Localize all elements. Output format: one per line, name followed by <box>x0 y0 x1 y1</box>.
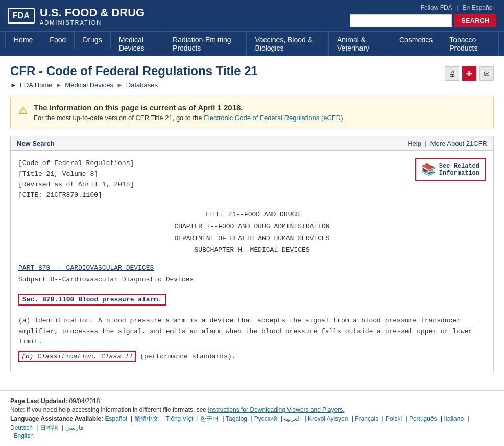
lang-russian[interactable]: Русский <box>254 415 277 422</box>
cfr-meta-line4: [CITE: 21CFR870.1100] <box>18 190 134 201</box>
cfr-box: New Search Help | More About 21CFR [Code… <box>10 136 494 372</box>
lang-english[interactable]: | English <box>10 432 34 439</box>
search-bar: SEARCH <box>350 14 496 27</box>
header-right: Follow FDA | En Español SEARCH <box>350 4 496 27</box>
nav-medical-devices[interactable]: Medical Devices <box>111 32 164 56</box>
follow-fda-link[interactable]: Follow FDA <box>421 4 452 11</box>
lang-portuguese[interactable]: Português <box>409 415 437 422</box>
nav-home[interactable]: Home <box>5 32 41 48</box>
fda-main-title: U.S. FOOD & DRUG <box>40 6 145 19</box>
title-line3: DEPARTMENT OF HEALTH AND HUMAN SERVICES <box>18 232 486 244</box>
last-updated: Page Last Updated: 09/04/2018 <box>10 397 494 405</box>
cfr-meta: [Code of Federal Regulations] [Title 21,… <box>18 158 134 201</box>
viewers-link[interactable]: Instructions for Downloading Viewers and… <box>208 406 344 413</box>
lang-label: Language Assistance Available: <box>10 415 103 422</box>
site-header: FDA U.S. FOOD & DRUG ADMINISTRATION Foll… <box>0 0 504 31</box>
classification-rest: (performance standards). <box>136 353 235 360</box>
footer-info: Page Last Updated: 09/04/2018 Note: If y… <box>0 390 504 446</box>
print-icon[interactable]: 🖨 <box>445 66 459 81</box>
main-content: 🖨 ✚ ✉ CFR - Code of Federal Regulations … <box>0 56 504 385</box>
cfr-title-block: TITLE 21--FOOD AND DRUGS CHAPTER I--FOOD… <box>18 208 486 256</box>
lang-french[interactable]: Français <box>355 415 378 422</box>
lang-tagalog[interactable]: Tagalog <box>226 415 247 422</box>
lang-creole[interactable]: Kreyòl Ayisyen <box>308 415 348 422</box>
lang-chinese[interactable]: 繁體中文 <box>134 415 159 422</box>
related-info-label: See RelatedInformation <box>439 162 479 177</box>
book-icon: 📚 <box>421 163 435 177</box>
nav-tobacco[interactable]: Tobacco Products <box>441 32 499 56</box>
alert-body-text: For the most up-to-date version of CFR T… <box>34 114 202 122</box>
lang-espanol[interactable]: Español <box>105 415 127 422</box>
title-line2: CHAPTER I--FOOD AND DRUG ADMINISTRATION <box>18 221 486 232</box>
fda-title: U.S. FOOD & DRUG ADMINISTRATION <box>40 6 145 26</box>
main-nav: Home Food Drugs Medical Devices Radiatio… <box>0 31 504 56</box>
part-link[interactable]: PART 870 -- CARDIOVASCULAR DEVICES <box>18 264 154 272</box>
breadcrumb-fda-home[interactable]: FDA Home <box>20 81 53 89</box>
nav-radiation[interactable]: Radiation-Emitting Products <box>164 32 247 56</box>
search-button[interactable]: SEARCH <box>454 14 496 27</box>
cfr-meta-related: [Code of Federal Regulations] [Title 21,… <box>18 158 486 201</box>
note-text: Note: If you need help accessing informa… <box>10 406 494 413</box>
last-updated-label: Page Last Updated: <box>10 397 67 405</box>
ecfr-link[interactable]: Electronic Code of Federal Regulations (… <box>204 114 345 122</box>
cfr-meta-line1: [Code of Federal Regulations] <box>18 158 134 169</box>
alert-body: For the most up-to-date version of CFR T… <box>34 114 345 122</box>
nav-animal[interactable]: Animal & Veterinary <box>329 32 391 56</box>
cfr-meta-line2: [Title 21, Volume 8] <box>18 169 134 180</box>
last-updated-date: 09/04/2018 <box>69 397 100 405</box>
cfr-content: [Code of Federal Regulations] [Title 21,… <box>11 151 493 372</box>
nav-food[interactable]: Food <box>41 32 75 48</box>
breadcrumb-medical-devices[interactable]: Medical Devices <box>65 81 113 89</box>
body-text: (a) Identification. A blood pressure ala… <box>18 316 486 347</box>
header-right-links: Help | More About 21CFR <box>407 139 487 147</box>
note-prefix: Note: If you need help accessing informa… <box>10 406 206 413</box>
header-links: Follow FDA | En Español <box>350 4 496 11</box>
fda-badge: FDA <box>8 8 35 24</box>
breadcrumb: ► FDA Home ► Medical Devices ► Databases <box>10 81 494 89</box>
page-title: CFR - Code of Federal Regulations Title … <box>10 64 494 78</box>
lang-polish[interactable]: Polski <box>386 415 402 422</box>
nav-drugs[interactable]: Drugs <box>75 32 110 48</box>
search-input[interactable] <box>350 14 452 27</box>
en-espanol-link[interactable]: En Español <box>463 4 494 11</box>
nav-cosmetics[interactable]: Cosmetics <box>391 32 441 48</box>
more-about-link[interactable]: More About 21CFR <box>430 139 487 147</box>
lang-vietnamese[interactable]: Tiếng Việt <box>165 415 193 422</box>
alert-text: The information on this page is current … <box>34 103 345 122</box>
help-link[interactable]: Help <box>407 139 421 147</box>
cfr-meta-line3: [Revised as of April 1, 2018] <box>18 180 134 191</box>
subpart-label: Subpart B--Cardiovascular Diagnostic Dev… <box>18 276 486 284</box>
email-icon[interactable]: ✉ <box>479 66 494 81</box>
nav-vaccines[interactable]: Vaccines, Blood & Biologics <box>247 32 329 56</box>
related-info-button[interactable]: 📚 See RelatedInformation <box>415 158 486 181</box>
lang-italian[interactable]: Italiano <box>444 415 464 422</box>
new-search-link[interactable]: New Search <box>17 139 55 147</box>
lang-german[interactable]: Deutsch <box>10 424 33 431</box>
classification-box: (b) Classification. Class II <box>18 351 136 362</box>
fda-logo: FDA U.S. FOOD & DRUG ADMINISTRATION <box>8 6 145 26</box>
title-line1: TITLE 21--FOOD AND DRUGS <box>18 208 486 220</box>
lang-korean[interactable]: 한국어 <box>200 415 219 422</box>
fda-sub-title: ADMINISTRATION <box>40 19 145 26</box>
breadcrumb-databases[interactable]: Databases <box>126 81 158 89</box>
alert-bold: The information on this page is current … <box>34 103 243 112</box>
breadcrumb-icon: ► <box>10 81 17 89</box>
lang-arabic[interactable]: العربية <box>284 415 301 422</box>
classification-line: (b) Classification. Class II (performanc… <box>18 353 486 360</box>
lang-japanese[interactable]: 日本語 <box>40 424 58 431</box>
alert-icon: ⚠ <box>18 104 28 116</box>
lang-assist: Language Assistance Available: Español |… <box>10 415 494 439</box>
title-line4: SUBCHAPTER H--MEDICAL DEVICES <box>18 244 486 256</box>
bookmark-icon[interactable]: ✚ <box>462 66 476 81</box>
alert-box: ⚠ The information on this page is curren… <box>10 97 494 128</box>
page-actions: 🖨 ✚ ✉ <box>445 66 494 81</box>
section-label: Sec. 870.1100 Blood pressure alarm. <box>18 294 166 306</box>
cfr-box-header: New Search Help | More About 21CFR <box>11 136 493 151</box>
lang-farsi[interactable]: فارسی <box>65 424 84 431</box>
